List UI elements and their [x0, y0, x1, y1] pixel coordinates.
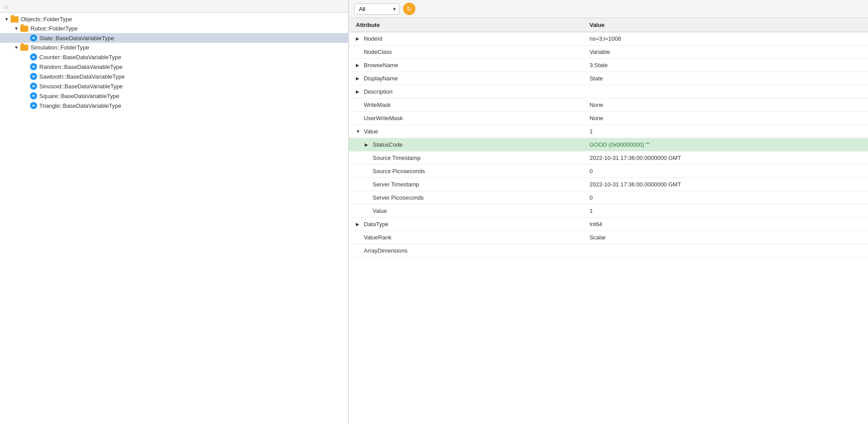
value-cell-displayname: State — [582, 72, 868, 85]
value-column-header: Value — [582, 18, 868, 32]
table-row-server-timestamp[interactable]: Server Timestamp2022-10-31 17:36:00.0000… — [349, 178, 868, 191]
tree-item-triangle-var[interactable]: Triangle::BaseDataVariableType — [0, 101, 348, 110]
value-cell-value-inner: 1 — [582, 204, 868, 218]
tree-item-sawtooth-var[interactable]: Sawtooth::BaseDataVariableType — [0, 72, 348, 81]
value-cell-value: 1 — [582, 125, 868, 138]
attr-name-source-timestamp: Source Timestamp — [373, 155, 420, 161]
value-cell-nodeid: ns=3;i=1008 — [582, 32, 868, 45]
attr-name-value-inner: Value — [373, 208, 387, 214]
table-row-value[interactable]: ▼Value1 — [349, 125, 868, 138]
table-row-value-inner[interactable]: Value1 — [349, 204, 868, 218]
variable-icon — [30, 73, 37, 80]
search-input[interactable] — [11, 3, 344, 10]
variable-icon — [30, 53, 37, 61]
attr-cell-nodeid: ▶NodeId — [349, 32, 582, 45]
attr-name-displayname: DisplayName — [364, 75, 398, 82]
attr-cell-value-inner: Value — [349, 204, 582, 218]
value-cell-server-picoseconds: 0 — [582, 191, 868, 204]
folder-icon — [20, 26, 28, 32]
row-toggle-statuscode[interactable]: ▶ — [365, 142, 371, 147]
attr-name-valuerank: ValueRank — [364, 234, 392, 241]
tree-label-objects-folder: Objects::FolderType — [21, 16, 72, 23]
row-toggle-nodeid[interactable]: ▶ — [356, 36, 362, 41]
left-panel: ⌕ ▼Objects::FolderType▼Robot::FolderType… — [0, 0, 349, 424]
tree-toggle-robot-folder: ▼ — [13, 26, 19, 31]
attr-name-value: Value — [364, 128, 378, 135]
attr-name-userwritemask: UserWriteMask — [364, 115, 403, 121]
attr-name-nodeclass: NodeClass — [364, 49, 392, 55]
right-panel: AllAttributesReferences ↻ Attribute Valu… — [349, 0, 868, 424]
row-toggle-browsename[interactable]: ▶ — [356, 63, 362, 68]
tree-item-counter-var[interactable]: Counter::BaseDataVariableType — [0, 52, 348, 62]
tree-item-objects-folder[interactable]: ▼Objects::FolderType — [0, 15, 348, 24]
tree-item-random-var[interactable]: Random::BaseDataVariableType — [0, 62, 348, 72]
tree-label-triangle-var: Triangle::BaseDataVariableType — [39, 102, 121, 109]
table-row-statuscode[interactable]: ▶StatusCodeGOOD (0x00000000) "" — [349, 138, 868, 151]
table-row-nodeclass[interactable]: NodeClassVariable — [349, 45, 868, 59]
variable-icon — [30, 92, 37, 99]
table-row-source-picoseconds[interactable]: Source Picoseconds0 — [349, 165, 868, 178]
tree-label-square-var: Square::BaseDataVariableType — [39, 93, 119, 99]
value-cell-userwritemask: None — [582, 112, 868, 125]
attr-cell-nodeclass: NodeClass — [349, 45, 582, 59]
row-toggle-datatype[interactable]: ▶ — [356, 222, 362, 227]
attr-cell-valuerank: ValueRank — [349, 231, 582, 244]
attr-name-writemask: WriteMask — [364, 102, 391, 108]
tree-item-simulation-folder[interactable]: ▼Simulation::FolderType — [0, 43, 348, 52]
tree-item-sinusoid-var[interactable]: Sinusoid::BaseDataVariableType — [0, 81, 348, 91]
folder-icon — [20, 45, 28, 51]
table-row-userwritemask[interactable]: UserWriteMaskNone — [349, 112, 868, 125]
folder-icon — [11, 16, 19, 23]
table-row-arraydimensions[interactable]: ArrayDimensions — [349, 244, 868, 257]
attr-name-statuscode: StatusCode — [373, 141, 403, 148]
tree-item-state-var[interactable]: State::BaseDataVariableType — [0, 33, 348, 43]
table-row-displayname[interactable]: ▶DisplayNameState — [349, 72, 868, 85]
attr-cell-value: ▼Value — [349, 125, 582, 138]
tree-label-sawtooth-var: Sawtooth::BaseDataVariableType — [39, 73, 125, 80]
attr-name-datatype: DataType — [364, 221, 389, 227]
table-row-nodeid[interactable]: ▶NodeIdns=3;i=1008 — [349, 32, 868, 45]
value-cell-nodeclass: Variable — [582, 45, 868, 59]
row-toggle-displayname[interactable]: ▶ — [356, 76, 362, 81]
tree-label-robot-folder: Robot::FolderType — [30, 25, 78, 32]
attr-name-description: Description — [364, 88, 392, 95]
table-row-description[interactable]: ▶Description — [349, 85, 868, 98]
variable-icon — [30, 102, 37, 109]
table-row-source-timestamp[interactable]: Source Timestamp2022-10-31 17:36:00.0000… — [349, 151, 868, 165]
table-row-datatype[interactable]: ▶DataTypeInt64 — [349, 218, 868, 231]
value-cell-description — [582, 85, 868, 98]
attr-cell-source-timestamp: Source Timestamp — [349, 151, 582, 165]
refresh-button[interactable]: ↻ — [403, 3, 415, 15]
search-icon: ⌕ — [4, 3, 8, 10]
tree-item-robot-folder[interactable]: ▼Robot::FolderType — [0, 24, 348, 33]
right-toolbar: AllAttributesReferences ↻ — [349, 0, 868, 18]
attr-cell-arraydimensions: ArrayDimensions — [349, 244, 582, 257]
attr-cell-statuscode: ▶StatusCode — [349, 138, 582, 151]
attr-cell-description: ▶Description — [349, 85, 582, 98]
attr-cell-writemask: WriteMask — [349, 98, 582, 112]
value-cell-datatype: Int64 — [582, 218, 868, 231]
attribute-column-header: Attribute — [349, 18, 582, 32]
table-row-writemask[interactable]: WriteMaskNone — [349, 98, 868, 112]
tree-label-simulation-folder: Simulation::FolderType — [30, 44, 89, 51]
table-row-server-picoseconds[interactable]: Server Picoseconds0 — [349, 191, 868, 204]
tree-container: ▼Objects::FolderType▼Robot::FolderTypeSt… — [0, 13, 348, 424]
row-toggle-value[interactable]: ▼ — [356, 129, 362, 134]
table-row-browsename[interactable]: ▶BrowseName3:State — [349, 59, 868, 72]
tree-label-state-var: State::BaseDataVariableType — [39, 35, 114, 42]
attr-name-browsename: BrowseName — [364, 62, 398, 68]
tree-toggle-simulation-folder: ▼ — [13, 45, 19, 50]
tree-item-square-var[interactable]: Square::BaseDataVariableType — [0, 91, 348, 101]
variable-icon — [30, 34, 37, 42]
value-cell-valuerank: Scalar — [582, 231, 868, 244]
attr-name-server-timestamp: Server Timestamp — [373, 181, 419, 188]
attr-name-arraydimensions: ArrayDimensions — [364, 247, 408, 254]
filter-select[interactable]: AllAttributesReferences — [354, 4, 400, 15]
attr-cell-displayname: ▶DisplayName — [349, 72, 582, 85]
attr-name-source-picoseconds: Source Picoseconds — [373, 168, 425, 174]
table-row-valuerank[interactable]: ValueRankScalar — [349, 231, 868, 244]
row-toggle-description[interactable]: ▶ — [356, 89, 362, 94]
value-cell-writemask: None — [582, 98, 868, 112]
tree-label-sinusoid-var: Sinusoid::BaseDataVariableType — [39, 83, 123, 90]
attr-cell-datatype: ▶DataType — [349, 218, 582, 231]
